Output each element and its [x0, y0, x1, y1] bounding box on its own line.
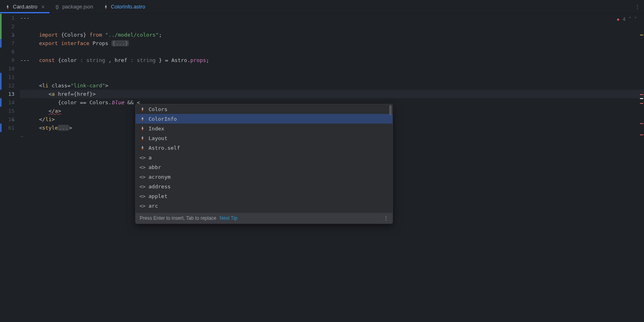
- line-number[interactable]: 61: [0, 124, 14, 132]
- inlay-hint: : string: [127, 57, 159, 63]
- completion-item[interactable]: Astro.self: [136, 143, 392, 153]
- tag-icon: <>: [140, 173, 145, 181]
- error-stripe[interactable]: [639, 14, 644, 322]
- close-icon[interactable]: ×: [41, 4, 45, 10]
- editor: 1 2 3> 7 8 9 10 11 12 13 14 15 16> 61 --…: [0, 14, 644, 322]
- astro-icon: [140, 145, 145, 150]
- completion-popup: Colors ColorInfo Index Layout Astro.self: [135, 104, 393, 224]
- line-number[interactable]: 14: [0, 98, 14, 107]
- inspections-widget[interactable]: ● 4 ˄ ˅: [617, 15, 637, 24]
- tab-label: Card.astro: [13, 4, 37, 10]
- warning-marker[interactable]: [640, 35, 643, 35]
- code-area[interactable]: --- import {Colors} from "../model/color…: [19, 14, 644, 322]
- vcs-modified-stripe: [0, 124, 2, 132]
- astro-icon: [140, 136, 145, 140]
- caret-marker: [640, 98, 643, 99]
- completion-item[interactable]: <> address: [136, 182, 392, 191]
- line-number[interactable]: [0, 132, 14, 140]
- completion-item[interactable]: <> acronym: [136, 172, 392, 182]
- line-number[interactable]: 11: [0, 73, 14, 81]
- line-number[interactable]: 7: [0, 39, 14, 47]
- completion-item[interactable]: Layout: [136, 133, 392, 143]
- error-marker[interactable]: [640, 103, 643, 104]
- code-text: export interface: [39, 40, 89, 46]
- error-icon: ●: [617, 15, 619, 24]
- vcs-modified-stripe: [0, 98, 2, 107]
- tag-icon: <>: [140, 153, 145, 162]
- completion-item[interactable]: <> a: [136, 153, 392, 162]
- more-options-icon[interactable]: ⋮: [384, 214, 388, 223]
- completion-list[interactable]: Colors ColorInfo Index Layout Astro.self: [136, 104, 392, 213]
- astro-icon: [140, 107, 145, 111]
- error-marker[interactable]: [640, 94, 643, 95]
- tab-package-json[interactable]: {} package.json: [50, 0, 98, 13]
- svg-point-4: [142, 130, 143, 130]
- completion-footer: Press Enter to insert, Tab to replace Ne…: [136, 213, 392, 223]
- line-number[interactable]: 1: [0, 14, 14, 22]
- line-number[interactable]: 8: [0, 47, 14, 56]
- svg-point-3: [142, 120, 143, 121]
- completion-item[interactable]: <> applet: [136, 191, 392, 201]
- vcs-modified-stripe: [0, 73, 2, 90]
- inlay-hint: : string: [77, 57, 108, 63]
- json-file-icon: {}: [54, 4, 60, 10]
- line-number[interactable]: 12: [0, 81, 14, 90]
- tab-card-astro[interactable]: Card.astro ×: [0, 0, 50, 13]
- tab-colorinfo-astro[interactable]: ColorInfo.astro: [98, 0, 150, 13]
- line-number[interactable]: 16>: [0, 115, 14, 124]
- tag-icon: <>: [140, 163, 145, 171]
- prev-highlight-icon[interactable]: ˄: [629, 15, 631, 24]
- astro-file-icon: [103, 4, 109, 10]
- astro-file-icon: [5, 4, 10, 10]
- fold-toggle-icon[interactable]: >: [11, 32, 14, 40]
- tab-label: ColorInfo.astro: [111, 4, 145, 10]
- fold-toggle-icon[interactable]: >: [11, 116, 14, 125]
- svg-point-6: [142, 149, 143, 150]
- tab-label: package.json: [62, 4, 93, 10]
- error-marker[interactable]: [640, 123, 643, 124]
- completion-item[interactable]: ColorInfo: [136, 114, 392, 124]
- code-text: ---: [20, 57, 29, 63]
- svg-point-0: [7, 8, 8, 8]
- completion-item[interactable]: <> abbr: [136, 162, 392, 172]
- astro-icon: [140, 116, 145, 121]
- line-number[interactable]: 3>: [0, 31, 14, 39]
- tag-icon: <>: [140, 202, 145, 210]
- error-marker[interactable]: [640, 134, 643, 135]
- line-number[interactable]: 15: [0, 107, 14, 115]
- tabs-overflow-menu[interactable]: ⋮: [630, 0, 644, 13]
- completion-hint: Press Enter to insert, Tab to replace: [140, 214, 217, 223]
- astro-icon: [140, 126, 145, 131]
- tag-icon: <>: [140, 192, 145, 200]
- code-text: const: [39, 57, 55, 63]
- next-tip-link[interactable]: Next Tip: [220, 214, 237, 223]
- tag-icon: <>: [140, 211, 145, 213]
- tabs-spacer: [150, 0, 630, 13]
- completion-item[interactable]: Index: [136, 124, 392, 133]
- error-count: 4: [623, 15, 625, 24]
- code-text: import: [39, 32, 58, 38]
- line-number[interactable]: 13: [0, 90, 14, 98]
- svg-point-2: [142, 110, 143, 111]
- svg-point-1: [105, 8, 106, 8]
- completion-item[interactable]: <> arc: [136, 201, 392, 211]
- line-number[interactable]: 9: [0, 56, 14, 64]
- scrollbar-thumb[interactable]: [389, 105, 392, 116]
- completion-item[interactable]: Colors: [136, 104, 392, 114]
- eof-marker: ~: [20, 133, 23, 139]
- vcs-modified-stripe: [0, 39, 2, 47]
- code-text: ---: [20, 15, 29, 21]
- svg-point-5: [142, 139, 143, 140]
- folded-region[interactable]: ...: [58, 125, 69, 131]
- line-number[interactable]: 10: [0, 64, 14, 73]
- next-highlight-icon[interactable]: ˅: [634, 15, 637, 24]
- line-number[interactable]: 2: [0, 22, 14, 31]
- tag-icon: <>: [140, 182, 145, 191]
- completion-item[interactable]: <> area: [136, 211, 392, 213]
- gutter: 1 2 3> 7 8 9 10 11 12 13 14 15 16> 61: [0, 14, 19, 322]
- editor-tabs-bar: Card.astro × {} package.json ColorInfo.a…: [0, 0, 644, 14]
- folded-region[interactable]: {...}: [111, 40, 129, 46]
